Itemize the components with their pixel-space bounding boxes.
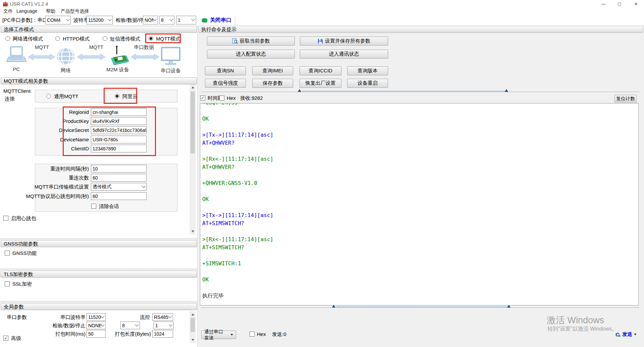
global-databits-select[interactable]: 8 <box>120 322 140 329</box>
stopbits-select[interactable]: 1 <box>176 16 196 24</box>
terminal-line <box>202 227 638 235</box>
rx-hex-checkbox[interactable] <box>219 95 224 100</box>
radio-mqtt-mode[interactable] <box>149 36 153 41</box>
scroll-down-icon[interactable] <box>190 337 195 343</box>
set-save-params-button[interactable]: 设置并保存所有参数 <box>300 37 388 46</box>
radio-aliyun[interactable] <box>115 94 119 98</box>
reconnect-interval-input[interactable]: 10 <box>91 165 147 172</box>
keepalive-input[interactable]: 60 <box>91 192 147 200</box>
global-stopbits-select[interactable]: 1 <box>154 322 174 329</box>
rx-hex-label[interactable]: Hex <box>227 95 236 101</box>
productkey-input[interactable]: i4u4VIKvRXf <box>91 117 147 125</box>
clientid-input[interactable]: 123467890 <box>91 145 147 152</box>
baud-select[interactable]: 115200 <box>87 16 113 24</box>
radio-mqtt-mode-label[interactable]: MQTT模式 <box>156 36 180 42</box>
tx-hex-checkbox[interactable] <box>250 332 255 337</box>
pack-len-input[interactable]: 1024 <box>152 330 173 338</box>
bottom-trackbar-thumb[interactable] <box>332 305 335 307</box>
minimize-button[interactable]: — <box>596 0 611 8</box>
top-trackbar-thumb[interactable] <box>298 89 301 92</box>
radio-aliyun-label[interactable]: 阿里云 <box>122 93 138 100</box>
clear-session-checkbox[interactable] <box>91 204 96 209</box>
splitter[interactable] <box>0 270 197 270</box>
factory-reset-button[interactable]: 恢复出厂设置 <box>300 79 341 88</box>
ssl-checkbox[interactable] <box>5 281 10 286</box>
top-trackbar-thumb2[interactable] <box>505 89 508 92</box>
scrollbar-thumb[interactable] <box>191 91 195 153</box>
close-button[interactable]: ✕ <box>628 0 644 8</box>
heartbeat-label[interactable]: 启用心跳包 <box>11 215 36 222</box>
terminal-line: +CSQ: 24,99 <box>202 103 638 107</box>
pack-time-input[interactable]: 50 <box>87 330 106 338</box>
splitter[interactable] <box>0 239 197 239</box>
query-version-button[interactable]: 查询版本 <box>347 66 388 75</box>
splitter[interactable] <box>0 238 197 238</box>
terminal-line: AT+SIMSWITCH? <box>202 244 638 252</box>
global-scrollbar[interactable] <box>190 311 196 343</box>
terminal-line: >[Rx<-][11:17:14][asc] <box>202 155 638 163</box>
parity-select[interactable]: NONI <box>143 16 158 24</box>
scrollbar-thumb[interactable] <box>191 318 195 332</box>
reboot-button[interactable]: 设备重启 <box>347 79 388 88</box>
query-imei-button[interactable]: 查询IMEI <box>252 66 293 75</box>
regionid-input[interactable]: cn-shanghai <box>91 108 147 116</box>
splitter[interactable] <box>0 269 197 269</box>
reconnect-interval-label: 重连时间间隔(秒) <box>10 166 89 172</box>
close-port-button[interactable]: 关闭串口 <box>202 17 231 24</box>
terminal-line <box>202 187 638 195</box>
radio-sms-mode-label[interactable]: 短信透传模式 <box>110 36 140 42</box>
tx-hex-label[interactable]: Hex <box>257 331 266 337</box>
query-signal-button[interactable]: 查信号强度 <box>205 79 246 88</box>
radio-net-mode[interactable] <box>5 36 10 41</box>
global-parity-select[interactable]: NONE <box>87 322 106 329</box>
tls-header: TLS加密参数 <box>1 271 197 278</box>
com-port-select[interactable]: COM4 <box>45 16 71 24</box>
ssl-checkbox-label[interactable]: SSL加密 <box>12 281 32 287</box>
save-params-button[interactable]: 保存参数 <box>252 79 293 88</box>
query-iccid-button[interactable]: 查询ICCID <box>300 66 341 75</box>
clear-session-label[interactable]: 清除会话 <box>99 203 119 210</box>
advanced-checkbox[interactable]: ✓ <box>3 336 8 341</box>
maximize-button[interactable]: ▢ <box>612 0 627 8</box>
radio-generic-mqtt-label[interactable]: 通用MQTT <box>54 93 78 100</box>
menu-file[interactable]: 文件 <box>3 8 13 14</box>
reset-count-button[interactable]: 复位计数 <box>614 95 637 102</box>
enter-config-button[interactable]: 进入配置状态 <box>207 50 295 59</box>
top-trackbar[interactable] <box>201 92 639 92</box>
radio-sms-mode[interactable] <box>103 36 107 41</box>
radio-generic-mqtt[interactable] <box>46 94 51 98</box>
query-sn-button[interactable]: 查询SN <box>205 66 246 75</box>
reconnect-times-input[interactable]: 60 <box>91 174 147 182</box>
splitter[interactable] <box>0 302 197 302</box>
radio-net-mode-label[interactable]: 网络透传模式 <box>13 36 43 42</box>
chevron-down-icon <box>169 323 172 326</box>
enter-comm-button[interactable]: 进入通讯状态 <box>300 50 388 59</box>
menu-language[interactable]: Language <box>16 8 37 14</box>
mqtt-scrollbar[interactable] <box>190 84 196 234</box>
radio-httpd-mode[interactable] <box>55 36 60 41</box>
scroll-up-icon[interactable] <box>190 312 195 317</box>
flow-select[interactable]: RS485 <box>152 313 173 321</box>
advanced-checkbox-label[interactable]: 高级 <box>11 335 21 342</box>
terminal-output[interactable]: +CSQ: 24,99 OK >[Tx->][11:17:14][asc]AT+… <box>200 103 639 305</box>
scroll-down-icon[interactable] <box>190 229 195 234</box>
bottom-trackbar-thumb2[interactable] <box>507 305 511 307</box>
get-params-button[interactable]: 获取当前参数 <box>207 37 295 46</box>
scroll-up-icon[interactable] <box>190 85 195 90</box>
devicename-input[interactable]: USR-G780s <box>91 136 147 143</box>
global-baud-select[interactable]: 115200 <box>87 313 106 321</box>
gnss-checkbox-label[interactable]: GNSS功能 <box>12 250 37 257</box>
menu-help[interactable]: 帮助 <box>46 8 55 14</box>
bottom-trackbar[interactable] <box>201 307 639 308</box>
splitter[interactable] <box>0 301 197 301</box>
heartbeat-checkbox[interactable] <box>3 216 8 221</box>
databits-select[interactable]: 8 <box>159 16 174 24</box>
timestamp-checkbox[interactable]: ✓ <box>200 95 205 100</box>
gnss-checkbox[interactable] <box>5 251 10 256</box>
radio-httpd-mode-label[interactable]: HTTPD模式 <box>63 36 90 42</box>
trans-mode-select[interactable]: 透传模式 <box>91 183 147 191</box>
menu-product-model[interactable]: 产品型号选择 <box>61 8 89 14</box>
devicesecret-input[interactable]: 5dfd97c22c741bcc7306a98ef <box>91 126 147 134</box>
send-button[interactable]: 发送 <box>615 331 637 338</box>
send-via-serial-button[interactable]: 通过串口发送 <box>201 331 236 339</box>
